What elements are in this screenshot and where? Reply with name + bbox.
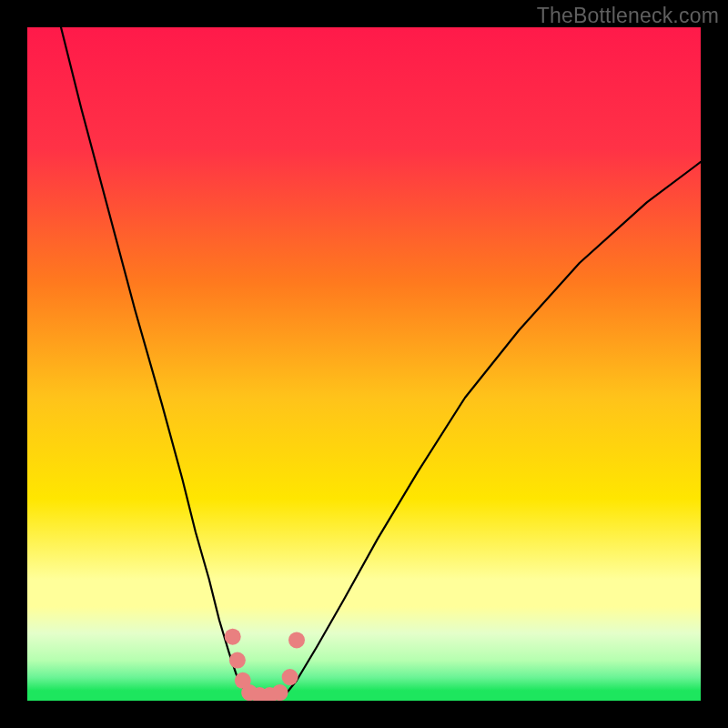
watermark-text: TheBottleneck.com (537, 4, 719, 28)
valley-marker (229, 652, 246, 669)
plot-area (27, 27, 701, 701)
gradient-background (27, 27, 701, 701)
chart-frame: TheBottleneck.com (0, 0, 728, 728)
valley-marker (225, 629, 241, 645)
chart-svg (27, 27, 701, 701)
valley-marker (272, 684, 288, 701)
valley-marker (282, 669, 298, 685)
valley-marker (288, 632, 305, 648)
